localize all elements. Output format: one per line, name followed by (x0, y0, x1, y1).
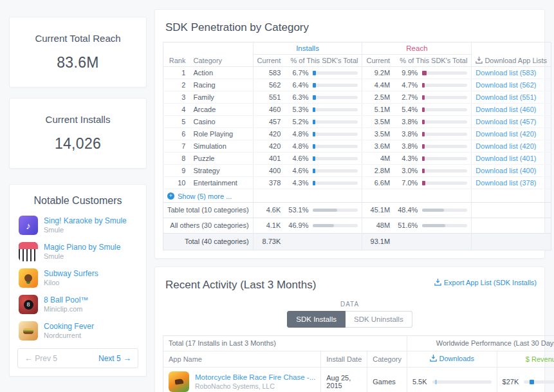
customer-company: Smule (44, 252, 120, 261)
reach-pct-cell: 5.4% (394, 104, 472, 116)
list-item[interactable]: Subway Surfers Kiloo (19, 268, 137, 288)
installs-pct-cell: 6.7% (284, 67, 362, 79)
magic-piano-app-icon (19, 242, 38, 261)
table-row: 8 Puzzle 401 4.6% 4M 4.3% Download list … (163, 153, 551, 165)
customer-app-link[interactable]: Magic Piano by Smule (44, 243, 120, 252)
list-item[interactable]: 8 Ball Pool™ Miniclip.com (19, 295, 137, 314)
sdk-penetration-title: SDK Penetration by Category (165, 21, 537, 34)
recent-activity-title: Recent Activity (Last 3 Months) (165, 279, 316, 292)
customer-app-link[interactable]: Subway Surfers (44, 269, 98, 279)
show-more-link[interactable]: +Show (5) more ... (167, 192, 232, 200)
download-list-link[interactable]: Download list (457) (476, 118, 536, 126)
arrow-right-icon: → (123, 353, 131, 363)
app-name-header: App Name (163, 351, 321, 367)
reach-pct-cell: 4.7% (394, 79, 472, 91)
plus-icon: + (167, 192, 174, 200)
sdk-uninstalls-toggle[interactable]: SDK Uninstalls (346, 311, 412, 328)
table-column-header-row: Rank Category Current % of This SDK's To… (163, 55, 551, 67)
download-list-link[interactable]: Download list (551) (476, 93, 536, 101)
rank-cell: 10 (163, 177, 190, 189)
reach-current-cell: 3.5M (362, 116, 394, 128)
reach-bar (422, 157, 467, 160)
installs-current-cell: 457 (253, 116, 284, 128)
installs-current-cell: 401 (253, 153, 284, 165)
total-reach: 48M (362, 218, 394, 233)
data-toggle: SDK Installs SDK Uninstalls (163, 311, 537, 328)
category-header: Category (189, 55, 253, 67)
download-list-link[interactable]: Download list (420) (476, 130, 536, 138)
download-list-link[interactable]: Download list (378) (476, 179, 536, 187)
installs-bar (313, 169, 358, 173)
customer-app-link[interactable]: Cooking Fever (44, 322, 94, 331)
table-row: 2 Racing 562 6.4% 4.4M 4.7% Download lis… (163, 79, 551, 91)
table-row: 3 Family 551 6.3% 2.5M 2.7% Download lis… (163, 91, 551, 104)
installs-pct-header: % of This SDK's Total (284, 55, 362, 67)
download-list-link[interactable]: Download list (420) (476, 142, 536, 150)
rank-cell: 9 (163, 165, 190, 177)
customers-pagination: ← Prev 5 Next 5 → (17, 348, 138, 368)
category-cell: Entertainment (189, 177, 253, 189)
revenue-header[interactable]: $ Revenue (497, 351, 554, 367)
reach-group-header[interactable]: Reach (362, 42, 472, 55)
reach-current-cell: 6.6M (362, 177, 394, 189)
list-item[interactable]: Sing! Karaoke by Smule Smule (19, 216, 137, 235)
installs-current-cell: 460 (253, 104, 284, 116)
recent-activity-card: Recent Activity (Last 3 Months) Export A… (154, 266, 545, 392)
installs-pct-cell: 5.3% (284, 104, 362, 116)
table-row: Motorcycle Bike Race Fire Chase -... Rob… (163, 367, 554, 392)
reach-current-cell: 3.5M (362, 128, 394, 140)
reach-bar (422, 169, 467, 173)
next-page-button[interactable]: Next 5 → (98, 353, 131, 363)
category-cell: Family (189, 91, 253, 104)
revenue-value: $27K (503, 378, 519, 386)
installs-bar (313, 84, 358, 87)
motorcycle-app-icon (169, 371, 189, 392)
customer-company: Miniclip.com (44, 305, 88, 314)
table-row: 4 Arcade 460 5.3% 5.1M 5.4% Download lis… (163, 104, 551, 116)
app-name-link[interactable]: Motorcycle Bike Race Fire Chase -... (195, 373, 315, 382)
app-publisher: RoboNacho Systems, LLC (195, 382, 315, 391)
downloads-header[interactable]: Downloads (407, 351, 497, 367)
download-list-link[interactable]: Download list (400) (476, 167, 536, 174)
installs-bar (313, 71, 358, 75)
main-content: SDK Penetration by Category Installs Rea… (154, 9, 545, 392)
export-app-list-link[interactable]: Export App List (SDK Installs) (434, 279, 537, 286)
category-cell: Arcade (189, 104, 253, 116)
sdk-installs-toggle[interactable]: SDK Installs (287, 311, 346, 328)
grand-total-label: Total (40 categories) (163, 233, 254, 250)
installs-pct-cell: 6.4% (284, 79, 362, 91)
data-toggle-label: DATA (163, 301, 537, 308)
table-row: 9 Strategy 400 4.6% 2.8M 3.0% Download l… (163, 165, 551, 177)
download-list-link[interactable]: Download list (460) (476, 106, 536, 113)
download-list-link[interactable]: Download list (401) (476, 154, 536, 162)
reach-pct-cell: 7.0% (394, 177, 472, 189)
download-icon (476, 57, 483, 64)
reach-pct-cell: 3.8% (394, 128, 472, 140)
installs-bar (313, 145, 358, 148)
prev-page-button[interactable]: ← Prev 5 (24, 353, 57, 363)
download-list-link[interactable]: Download list (562) (476, 81, 536, 89)
cooking-fever-app-icon (19, 321, 38, 341)
customer-company: Kiloo (44, 279, 98, 288)
total-reach: 45.1M (362, 202, 394, 218)
customer-app-link[interactable]: 8 Ball Pool™ (44, 295, 88, 305)
category-cell: Casino (189, 116, 253, 128)
installs-group-header[interactable]: Installs (253, 42, 362, 55)
installs-bar (313, 157, 358, 160)
list-item[interactable]: Magic Piano by Smule Smule (19, 242, 137, 261)
reach-current-cell: 4M (362, 153, 394, 165)
list-item[interactable]: Cooking Fever Nordcurrent (19, 321, 137, 341)
total-installs: 4.1K (253, 218, 284, 233)
installs-pct-cell: 4.8% (284, 128, 362, 140)
reach-pct-cell: 2.7% (394, 91, 472, 104)
install-date-header: Install Date (321, 351, 367, 367)
customers-list: Sing! Karaoke by Smule Smule Magic Piano… (17, 216, 138, 341)
activity-total-header: Total (17 Installs in Last 3 Months) (163, 335, 407, 351)
download-list-link[interactable]: Download list (583) (476, 69, 536, 77)
installs-current-cell: 562 (253, 79, 284, 91)
table-row: 6 Role Playing 420 4.8% 3.5M 3.8% Downlo… (163, 128, 551, 140)
rank-cell: 1 (163, 67, 190, 79)
recent-activity-table: Total (17 Installs in Last 3 Months) Wor… (163, 335, 554, 392)
customer-app-link[interactable]: Sing! Karaoke by Smule (44, 216, 127, 226)
installs-bar (313, 108, 358, 111)
